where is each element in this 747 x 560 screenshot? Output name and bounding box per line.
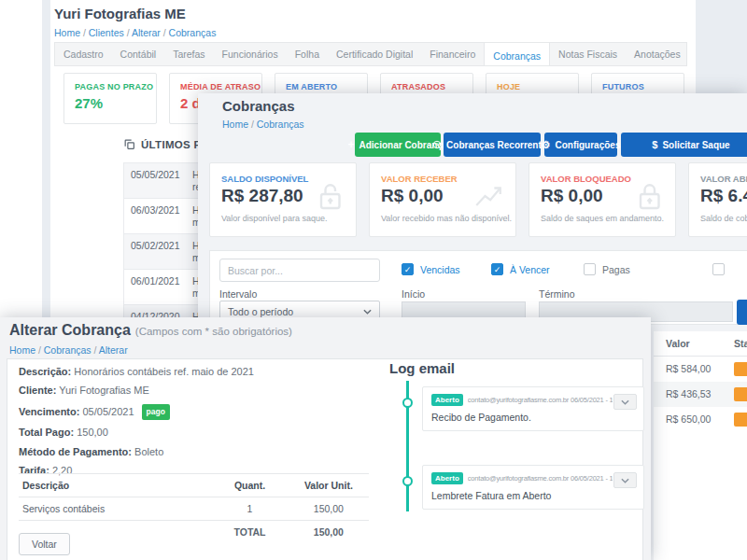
recurring-billings-button[interactable]: Cobranças Recorrentes xyxy=(444,133,541,157)
status-badge xyxy=(734,387,747,401)
card-value: R$ 6.44 xyxy=(700,186,747,206)
chevron-down-icon xyxy=(621,399,629,405)
detail-total-pago: Total Pago: 150,00 xyxy=(19,427,254,439)
valor-cell: R$ 584,00 xyxy=(666,363,711,374)
lock-open-icon xyxy=(313,180,346,217)
billing-details: Descrição: Honorários contábeis ref. mai… xyxy=(19,366,254,483)
stat-label: ATRASADOS xyxy=(391,82,462,91)
stat-label: PAGAS NO PRAZO xyxy=(75,82,146,91)
breadcrumb-home[interactable]: Home xyxy=(222,119,257,130)
payment-date: 04/12/2020 xyxy=(124,305,186,317)
breadcrumb: HomeClientesAlterarCobranças xyxy=(54,27,216,38)
item-quant: 1 xyxy=(211,497,289,521)
stat-label: MÉDIA DE ATRASO xyxy=(180,82,251,91)
request-withdrawal-button[interactable]: $ Solicitar Saque xyxy=(621,133,747,157)
email-meta: Aberto contato@yurifotografiasme.com.br … xyxy=(431,472,635,484)
card-valor-receber: VALOR RECEBER R$ 0,00 Valor recebido mas… xyxy=(369,162,516,237)
breadcrumb-cobrancas[interactable]: Cobranças xyxy=(44,344,99,356)
item-valor: 150,00 xyxy=(289,497,369,521)
valor-cell: R$ 436,53 xyxy=(666,388,711,399)
dollar-icon: $ xyxy=(652,139,657,150)
detail-metodo-pagamento: Método de Pagamento: Boleto xyxy=(19,446,254,458)
stat-label: FUTUROS xyxy=(602,82,673,91)
card-valor-aberto: VALOR ABERTO R$ 6.44 Saldo de cobran xyxy=(688,162,747,237)
breadcrumb-alterar[interactable]: Alterar xyxy=(132,27,169,38)
tab-contabil[interactable]: Contábil xyxy=(112,43,165,65)
lock-closed-icon xyxy=(632,180,666,217)
checkbox-pagas[interactable]: Pagas xyxy=(584,263,630,275)
checkbox-vencidas[interactable]: ✓ Vencidas xyxy=(402,263,460,275)
card-description: Saldo de cobran xyxy=(700,214,747,223)
back-button[interactable]: Voltar xyxy=(19,533,70,555)
email-subject: Recibo de Pagamento. xyxy=(431,412,635,423)
checkbox-extra[interactable] xyxy=(712,263,731,275)
tab-folha[interactable]: Folha xyxy=(287,43,328,65)
tab-cobrancas[interactable]: Cobranças xyxy=(484,43,550,66)
start-label: Início xyxy=(402,288,425,300)
breadcrumb-cobrancas[interactable]: Cobranças xyxy=(169,27,217,38)
detail-vencimento: Vencimento: 05/05/2021 pago xyxy=(19,404,254,420)
status-column-header: Status xyxy=(734,338,747,349)
payment-date: 05/05/2021 xyxy=(124,163,186,198)
chart-line-icon xyxy=(471,180,506,216)
billing-title: Cobranças xyxy=(222,98,295,114)
checkbox-icon xyxy=(712,263,725,275)
stat-label: EM ABERTO xyxy=(286,82,357,91)
breadcrumb-clientes[interactable]: Clientes xyxy=(89,27,132,38)
payment-date: 06/01/2021 xyxy=(124,270,186,304)
tab-funcionarios[interactable]: Funcionários xyxy=(214,43,287,65)
edit-page-title: Alterar Cobrança(Campos com * são obriga… xyxy=(9,322,292,339)
table-row[interactable]: R$ 584,00 xyxy=(654,357,747,382)
item-descricao: Serviços contábeis xyxy=(19,497,211,521)
email-log-title: Log email xyxy=(389,360,455,376)
client-tab-bar: Cadastro Contábil Tarefas Funcionários F… xyxy=(54,42,687,66)
column-quant: Quant. xyxy=(211,474,289,497)
tab-tarefas[interactable]: Tarefas xyxy=(164,43,213,65)
tab-financeiro[interactable]: Financeiro xyxy=(421,43,484,65)
column-valor-unit: Valor Unit. xyxy=(289,474,369,497)
payment-date: 05/02/2021 xyxy=(124,234,186,269)
breadcrumb-home[interactable]: Home xyxy=(54,27,89,38)
breadcrumb: HomeCobranças xyxy=(222,119,304,130)
stat-label: HOJE xyxy=(497,82,568,91)
breadcrumb-home[interactable]: Home xyxy=(9,344,44,356)
expand-entry-button[interactable] xyxy=(613,472,637,488)
filter-button[interactable] xyxy=(737,300,747,325)
email-address-timestamp: contato@yurifotografiasme.com.br 06/05/2… xyxy=(468,474,613,483)
detail-cliente: Cliente: Yuri Fotografias ME xyxy=(19,385,254,397)
search-input[interactable] xyxy=(219,259,380,282)
settings-button[interactable]: ⚙ Configurações xyxy=(544,133,617,157)
card-saldo-disponivel: SALDO DISPONÍVEL R$ 287,80 Valor disponí… xyxy=(209,162,357,237)
tab-notas-fiscais[interactable]: Notas Fiscais xyxy=(550,43,626,65)
checkbox-icon: ✓ xyxy=(402,263,414,275)
email-address-timestamp: contato@yurifotografiasme.com.br 06/05/2… xyxy=(468,396,613,404)
table-row[interactable]: R$ 436,53 xyxy=(654,382,747,407)
total-label: TOTAL xyxy=(211,521,289,544)
tab-anotacoes[interactable]: Anotações xyxy=(626,43,687,65)
tab-certificado-digital[interactable]: Certificado Digital xyxy=(328,43,421,65)
breadcrumb-cobrancas[interactable]: Cobranças xyxy=(257,119,304,130)
chevron-down-icon xyxy=(363,309,372,315)
expand-entry-button[interactable] xyxy=(613,394,637,410)
client-page-title: Yuri Fotografias ME xyxy=(54,6,186,21)
opened-status-badge: Aberto xyxy=(431,394,463,406)
status-badge xyxy=(734,413,747,427)
tab-cadastro[interactable]: Cadastro xyxy=(55,43,112,65)
add-billing-button[interactable]: + Adicionar Cobrança xyxy=(355,133,441,157)
table-row[interactable]: R$ 650,00 xyxy=(654,407,747,432)
paid-status-badge: pago xyxy=(142,404,170,420)
status-badge xyxy=(734,362,747,376)
stat-card-pagas-no-prazo: PAGAS NO PRAZO 27% xyxy=(63,73,157,124)
end-label: Término xyxy=(539,288,575,300)
checkbox-icon: ✓ xyxy=(491,263,503,275)
checkbox-icon xyxy=(584,263,596,275)
column-descricao: Descrição xyxy=(19,474,211,497)
checkbox-a-vencer[interactable]: ✓ À Vencer xyxy=(491,263,550,275)
breadcrumb-alterar[interactable]: Alterar xyxy=(99,344,128,356)
items-table: Descrição Quant. Valor Unit. Serviços co… xyxy=(19,473,369,543)
total-row: TOTAL 150,00 xyxy=(19,521,369,544)
table-header: Valor Status xyxy=(654,331,747,357)
opened-status-badge: Aberto xyxy=(431,472,463,484)
required-fields-note: (Campos com * são obrigatórios) xyxy=(135,326,292,337)
email-log-entry: Aberto contato@yurifotografiasme.com.br … xyxy=(422,386,644,431)
